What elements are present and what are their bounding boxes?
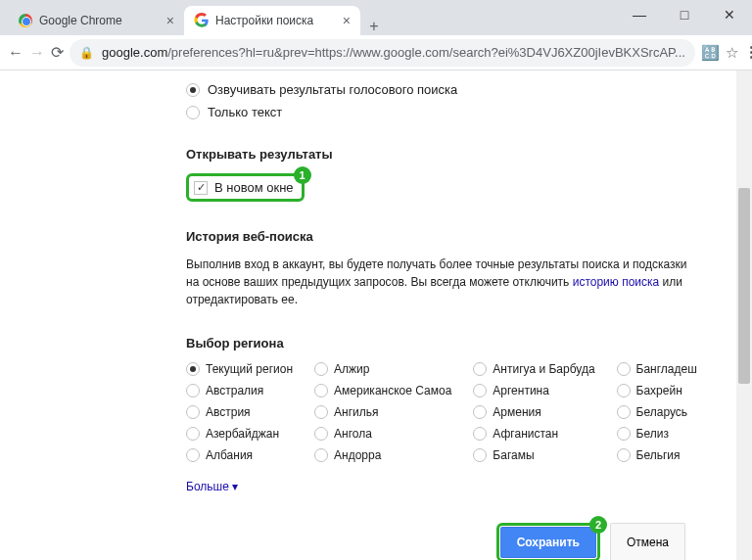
new-window-checkbox[interactable]: В новом окне	[194, 180, 294, 195]
region-option[interactable]: Австралия	[186, 384, 293, 397]
highlight-save: Сохранить 2	[496, 523, 600, 560]
google-icon	[194, 13, 210, 28]
region-option[interactable]: Американское Самоа	[314, 384, 451, 397]
region-option[interactable]: Афганистан	[473, 427, 594, 441]
voice-results-option[interactable]: Озвучивать результаты голосового поиска	[186, 82, 715, 97]
region-option[interactable]: Бахрейн	[617, 384, 697, 397]
more-regions-link[interactable]: Больше ▾	[186, 480, 238, 493]
region-option[interactable]: Австрия	[186, 405, 293, 419]
tab-settings[interactable]: Настройки поиска ×	[184, 6, 360, 35]
chrome-icon	[18, 13, 33, 28]
radio-icon	[473, 362, 487, 376]
radio-icon	[314, 362, 328, 376]
bookmark-icon[interactable]: ☆	[726, 39, 738, 67]
tab-title: Google Chrome	[39, 14, 161, 27]
maximize-button[interactable]: □	[662, 0, 707, 29]
region-option[interactable]: Ангола	[314, 427, 451, 441]
section-history: История веб-поиска	[186, 229, 715, 244]
radio-icon	[617, 405, 631, 419]
region-option[interactable]: Андорра	[314, 448, 451, 462]
region-option[interactable]: Беларусь	[617, 405, 697, 419]
radio-icon	[617, 427, 631, 441]
button-row: Сохранить 2 Отмена	[186, 523, 715, 560]
radio-icon	[617, 448, 631, 462]
region-option[interactable]: Албания	[186, 448, 293, 462]
translate-icon[interactable]: 🔠	[701, 39, 720, 67]
cancel-button[interactable]: Отмена	[610, 523, 685, 560]
close-icon[interactable]: ×	[343, 13, 351, 28]
radio-icon	[186, 106, 200, 119]
radio-icon	[186, 83, 200, 97]
region-grid: Текущий регион Австралия Австрия Азербай…	[186, 362, 715, 462]
radio-icon	[314, 384, 328, 397]
history-link[interactable]: историю поиска	[573, 275, 660, 289]
save-button[interactable]: Сохранить	[500, 527, 596, 558]
radio-icon	[617, 384, 631, 397]
region-option[interactable]: Бангладеш	[617, 362, 697, 376]
radio-icon	[186, 405, 200, 419]
back-button[interactable]: ←	[8, 39, 24, 67]
scrollbar-thumb[interactable]	[738, 188, 750, 384]
close-window-button[interactable]: ✕	[707, 0, 752, 29]
close-icon[interactable]: ×	[166, 13, 174, 28]
text-only-option[interactable]: Только текст	[186, 105, 715, 119]
radio-icon	[473, 448, 487, 462]
region-option[interactable]: Антигуа и Барбуда	[473, 362, 594, 376]
reload-button[interactable]: ⟳	[51, 39, 64, 67]
radio-icon	[186, 384, 200, 397]
minimize-button[interactable]: —	[617, 0, 662, 29]
checkbox-label: В новом окне	[214, 180, 294, 195]
window-controls: — □ ✕	[617, 0, 752, 29]
radio-icon	[617, 362, 631, 376]
region-option[interactable]: Текущий регион	[186, 362, 293, 376]
option-label: Озвучивать результаты голосового поиска	[208, 82, 457, 97]
highlight-new-window: В новом окне 1	[186, 173, 305, 202]
section-open-results: Открывать результаты	[186, 147, 715, 162]
radio-icon	[473, 427, 487, 441]
region-option[interactable]: Багамы	[473, 448, 594, 462]
tab-chrome[interactable]: Google Chrome ×	[8, 6, 184, 35]
radio-icon	[314, 405, 328, 419]
page-content: Озвучивать результаты голосового поиска …	[0, 70, 752, 560]
url-field[interactable]: 🔒 google.com/preferences?hl=ru&prev=http…	[70, 39, 695, 67]
annotation-badge-1: 1	[294, 166, 311, 184]
region-option[interactable]: Алжир	[314, 362, 451, 376]
checkbox-icon	[194, 181, 208, 195]
url-text: google.com/preferences?hl=ru&prev=https:…	[102, 45, 685, 60]
history-description: Выполнив вход в аккаунт, вы будете получ…	[186, 256, 695, 308]
radio-icon	[314, 448, 328, 462]
radio-icon	[473, 405, 487, 419]
option-label: Только текст	[208, 105, 282, 119]
tab-title: Настройки поиска	[215, 14, 337, 27]
region-option[interactable]: Белиз	[617, 427, 697, 441]
forward-button[interactable]: →	[29, 39, 45, 67]
radio-icon	[186, 448, 200, 462]
address-bar: ← → ⟳ 🔒 google.com/preferences?hl=ru&pre…	[0, 35, 752, 70]
region-option[interactable]: Аргентина	[473, 384, 594, 397]
region-option[interactable]: Бельгия	[617, 448, 697, 462]
radio-icon	[314, 427, 328, 441]
section-region: Выбор региона	[186, 336, 715, 350]
new-tab-button[interactable]: +	[360, 18, 388, 35]
radio-icon	[186, 427, 200, 441]
region-option[interactable]: Армения	[473, 405, 594, 419]
radio-icon	[186, 362, 200, 376]
region-option[interactable]: Ангилья	[314, 405, 451, 419]
region-option[interactable]: Азербайджан	[186, 427, 293, 441]
scrollbar[interactable]	[736, 70, 752, 560]
annotation-badge-2: 2	[589, 516, 607, 534]
radio-icon	[473, 384, 487, 397]
lock-icon: 🔒	[79, 46, 94, 60]
